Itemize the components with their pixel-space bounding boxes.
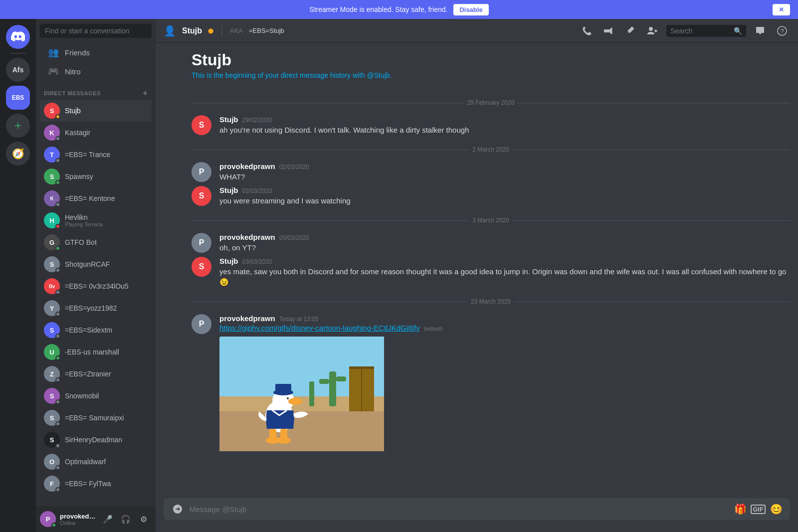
status-dot-gtfo-bot [55,246,60,251]
dm-avatar-stujb: S [44,103,60,119]
channel-header: 👤 Stujb ⬤ AKA =EBS=Stujb 🔍 [156,19,798,43]
msg-link-6[interactable]: https://giphy.com/gifs/disney-cartoon-la… [219,324,420,332]
dm-avatar-hevlikn: H [44,212,60,228]
server-ebs-label: EBS [12,94,24,101]
dm-avatar-gtfo-bot: G [44,234,60,250]
inbox-button[interactable] [752,23,768,39]
date-divider-feb: 29 February 2020 [192,99,790,106]
message-input[interactable] [190,505,728,514]
dm-item-ebs-kentone[interactable]: K =EBS= Kentone [40,187,152,209]
user-status-dot [51,523,56,528]
date-divider-mar23: 23 March 2020 [192,298,790,305]
dm-item-gtfo-bot[interactable]: G GTFO Bot [40,231,152,253]
msg-content-6: provokedprawn Today at 13:05 https://gip… [219,314,790,453]
message-input-area: 🎁 GIF 😊 [156,498,798,532]
date-divider-mar3: 3 March 2020 [192,217,790,224]
msg-avatar-stujb-5[interactable]: S [192,257,211,277]
msg-avatar-prawn-2[interactable]: P [192,162,211,182]
discord-home-button[interactable] [6,25,30,49]
status-dot-kastagir [55,136,60,141]
explore-public-servers-button[interactable]: 🧭 [6,142,30,166]
sidebar-item-nitro[interactable]: 🎮 Nitro [40,62,152,81]
user-avatar[interactable]: P [40,511,56,527]
add-server-button[interactable]: + [6,114,30,138]
header-search-input[interactable] [670,27,731,35]
dm-avatar-ebs-0v3r: 0v [44,278,60,294]
search-icon[interactable]: 🔍 [734,27,742,35]
input-right-actions: 🎁 GIF 😊 [732,501,784,517]
close-banner-button[interactable]: ✕ [773,4,790,15]
dm-sub-hevlikn: Playing Terraria [65,221,103,227]
gift-button[interactable]: 🎁 [732,501,748,517]
server-separator [10,53,26,54]
dm-search-container [36,19,156,43]
msg-username-prawn-2[interactable]: provokedprawn [219,162,275,171]
nitro-label: Nitro [65,67,81,76]
dm-name-hevlikn: Hevlikn [65,213,103,221]
dm-item-ebs-sidextm[interactable]: S =EBS=Sidextm [40,319,152,341]
status-dot-optimaldwarf [55,465,60,470]
find-conversation-input[interactable] [40,24,152,38]
dm-item-hevlikn[interactable]: H Hevlikn Playing Terraria [40,209,152,231]
server-afs-button[interactable]: Afs [6,58,30,82]
msg-header-4: provokedprawn 03/03/2020 [219,233,790,241]
msg-avatar-prawn-6[interactable]: P [192,314,211,334]
streamer-banner-text: Streamer Mode is enabled. Stay safe, fri… [309,5,447,13]
help-button[interactable]: ? [774,23,790,39]
dm-item-ebs-us-marshall[interactable]: U -EBS-us marshall [40,341,152,363]
status-dot-ebs-0v3r [55,290,60,295]
dm-item-ebs-trance[interactable]: T =EBS= Trance [40,144,152,166]
dm-item-ebs-samuraipxi[interactable]: S =EBS= Samuraipxi [40,407,152,429]
msg-timestamp-1: 29/02/2020 [242,117,272,124]
gif-button[interactable]: GIF [750,501,766,517]
disable-streamer-button[interactable]: Disable [453,4,488,15]
msg-username-prawn-4[interactable]: provokedprawn [219,233,275,241]
msg-username-stujb-3[interactable]: Stujb [219,186,238,194]
gif-icon: GIF [751,505,766,514]
dm-item-kastagir[interactable]: K Kastagir [40,122,152,144]
friends-icon: 👥 [48,47,59,58]
dm-item-ebs-ztranier[interactable]: Z =EBS=Ztranier [40,363,152,385]
mute-mic-button[interactable]: 🎤 [100,511,116,527]
dm-item-ebs-fyltwa[interactable]: F =EBS= FylTwa [40,473,152,495]
msg-username-stujb-1[interactable]: Stujb [219,115,238,124]
status-dot-ebs-trance [55,158,60,163]
user-settings-button[interactable]: ⚙ [136,511,152,527]
add-dm-button[interactable]: + [143,89,148,98]
header-divider-1 [221,25,222,37]
call-button[interactable] [579,23,595,39]
channel-user-icon: 👤 [164,25,176,37]
pinned-messages-button[interactable] [622,23,638,39]
msg-header-5: Stujb 03/03/2020 [219,257,790,265]
emoji-button[interactable]: 😊 [768,501,784,517]
user-discriminator: Online [60,520,96,526]
msg-header-2: provokedprawn 02/03/2020 [219,162,790,171]
dm-item-sirhenry[interactable]: S SirHenryDeadman [40,429,152,451]
msg-avatar-prawn-4[interactable]: P [192,233,211,253]
dm-item-ebs-yozz[interactable]: Y =EBS=yozz1982 [40,297,152,319]
video-call-button[interactable] [600,23,616,39]
msg-username-stujb-5[interactable]: Stujb [219,257,238,265]
chat-subtitle: This is the beginning of your direct mes… [192,71,790,79]
msg-avatar-stujb-3[interactable]: S [192,186,211,206]
add-friend-button[interactable] [644,23,660,39]
svg-point-15 [288,398,302,405]
sidebar-item-friends[interactable]: 👥 Friends [40,43,152,62]
deafen-button[interactable]: 🎧 [118,511,134,527]
dm-name-spawnsy: Spawnsy [65,173,93,180]
dm-item-stujb[interactable]: S Stujb [40,100,152,122]
user-panel: P provokedpr... Online 🎤 🎧 ⚙ [36,506,156,532]
aka-label: AKA [230,27,243,34]
msg-avatar-stujb-1[interactable]: S [192,115,211,135]
dm-item-snowmobil[interactable]: S Snowmobil [40,385,152,407]
svg-point-23 [277,437,291,444]
dm-avatar-kastagir: K [44,125,60,141]
attach-file-button[interactable] [170,501,186,517]
dm-item-spawnsy[interactable]: S Spawnsy [40,166,152,187]
server-ebs-button[interactable]: EBS [6,86,30,110]
dm-item-ebs-0v3r[interactable]: 0v =EBS= 0v3rz34lOu5 [40,275,152,297]
aka-value: =EBS=Stujb [249,27,284,34]
msg-username-prawn-6[interactable]: provokedprawn [219,314,275,323]
dm-item-shotgunrcaf[interactable]: S ShotgunRCAF [40,253,152,275]
dm-item-optimaldwarf[interactable]: O Optimaldwarf [40,451,152,473]
